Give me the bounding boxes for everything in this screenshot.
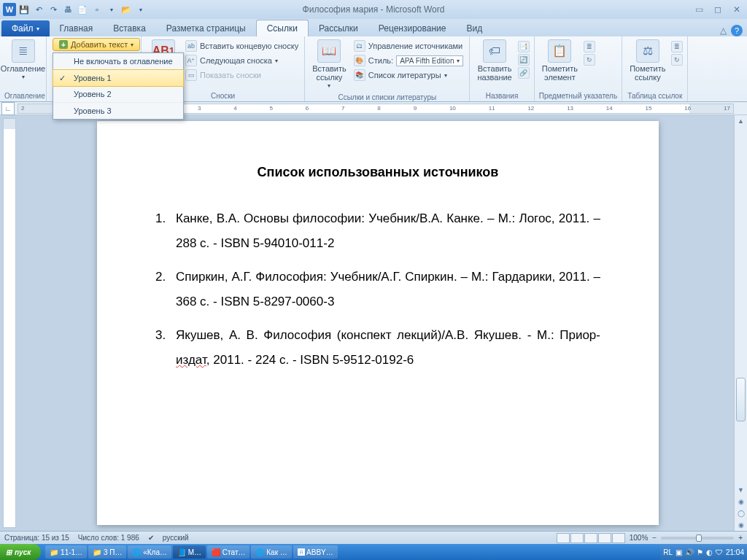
scroll-up-icon[interactable]: ▲ bbox=[735, 115, 747, 127]
toa-extra-icon-2[interactable]: ↻ bbox=[671, 54, 683, 66]
tab-view[interactable]: Вид bbox=[456, 20, 492, 36]
view-buttons bbox=[557, 533, 625, 543]
tab-layout[interactable]: Разметка страницы bbox=[156, 20, 256, 36]
add-text-dropdown: Не включать в оглавление ✓Уровень 1 Уров… bbox=[53, 52, 184, 120]
manage-sources-button[interactable]: 🗂Управление источниками bbox=[352, 39, 465, 52]
tab-review[interactable]: Рецензирование bbox=[368, 20, 457, 36]
tab-home[interactable]: Главная bbox=[50, 20, 104, 36]
vertical-scrollbar[interactable]: ▲ ▼ ◉ ◯ ◉ bbox=[734, 115, 747, 531]
toa-extra-icon-1[interactable]: ≣ bbox=[671, 41, 683, 52]
taskbar-item[interactable]: 🅰 ABBY… bbox=[293, 545, 338, 559]
tray-icon-2[interactable]: 🔊 bbox=[685, 548, 694, 556]
view-print-layout[interactable] bbox=[557, 533, 570, 543]
index-extra-icon-1[interactable]: ≣ bbox=[584, 41, 595, 52]
zoom-knob[interactable] bbox=[696, 534, 702, 542]
group-toc-label: Оглавление bbox=[4, 90, 42, 101]
toa-icon: ⚖ bbox=[636, 39, 659, 63]
mark-citation-label: Пометить ссылку bbox=[630, 64, 665, 82]
file-tab[interactable]: Файл▾ bbox=[1, 20, 50, 36]
view-fullscreen[interactable] bbox=[570, 533, 584, 543]
group-toa-label: Таблица ссылок bbox=[627, 90, 683, 101]
bibliography-button[interactable]: 📚Список литературы▾ bbox=[352, 69, 465, 82]
toc-button[interactable]: ≣Оглавление▾ bbox=[4, 38, 42, 83]
style-dropdown[interactable]: APA Fifth Edition▾ bbox=[396, 55, 463, 66]
tray-icon-3[interactable]: ⚑ bbox=[697, 548, 703, 556]
add-text-button[interactable]: +Добавить текст▾ bbox=[53, 38, 140, 51]
taskbar-item[interactable]: 📁 11-1… bbox=[45, 545, 87, 559]
status-words[interactable]: Число слов: 1 986 bbox=[78, 534, 139, 542]
document-area[interactable]: Список использованных источников Канке, … bbox=[16, 115, 747, 531]
endnote-icon: ab bbox=[185, 40, 197, 52]
zoom-level[interactable]: 100% bbox=[630, 534, 649, 542]
undo-icon[interactable]: ↶ bbox=[32, 3, 45, 16]
qat-customize-icon[interactable]: ▾ bbox=[134, 3, 147, 16]
tray-icon-1[interactable]: ▣ bbox=[676, 548, 682, 556]
preview-icon[interactable]: 📄 bbox=[76, 3, 89, 16]
menu-level-1-label: Уровень 1 bbox=[74, 74, 112, 82]
word-icon[interactable]: W bbox=[3, 3, 16, 16]
insert-caption-button[interactable]: 🏷Вставить название bbox=[474, 38, 514, 83]
taskbar-item[interactable]: 📘 М… bbox=[173, 545, 206, 559]
browse-object-icon[interactable]: ◯ bbox=[735, 508, 747, 519]
ribbon-minimize-icon[interactable]: △ bbox=[720, 26, 727, 36]
view-web[interactable] bbox=[584, 533, 597, 543]
menu-no-include[interactable]: Не включать в оглавление bbox=[53, 53, 183, 70]
mark-index-entry-button[interactable]: 📋Пометить элемент bbox=[539, 38, 581, 83]
bibliography-list: Канке, В.А. Основы философии: Учебник/В.… bbox=[155, 206, 600, 373]
view-draft[interactable] bbox=[612, 533, 625, 543]
open-icon[interactable]: 📂 bbox=[120, 3, 133, 16]
zoom-in-icon[interactable]: + bbox=[738, 534, 743, 542]
prev-page-icon[interactable]: ◉ bbox=[735, 496, 747, 508]
tray-icon-4[interactable]: ◐ bbox=[706, 548, 713, 556]
maximize-button[interactable]: ◻ bbox=[711, 4, 725, 15]
tray-time[interactable]: 21:04 bbox=[726, 548, 744, 556]
print-icon[interactable]: 🖶 bbox=[61, 3, 74, 16]
scroll-thumb[interactable] bbox=[736, 378, 746, 421]
next-page-icon[interactable]: ◉ bbox=[735, 519, 747, 531]
mark-citation-button[interactable]: ⚖Пометить ссылку bbox=[627, 38, 668, 83]
tray-lang[interactable]: RL bbox=[663, 548, 673, 556]
list-item: Якушев, А. В. Философия (конспект лекций… bbox=[155, 323, 600, 373]
close-button[interactable]: ✕ bbox=[729, 4, 744, 15]
title-bar: W 💾 ↶ ↷ 🖶 📄 ▫ ▾ 📂 ▾ Философия мария - Mi… bbox=[0, 0, 747, 19]
status-page[interactable]: Страница: 15 из 15 bbox=[4, 534, 69, 542]
caption-extra-icon-1[interactable]: 📑 bbox=[518, 41, 530, 52]
vertical-ruler[interactable] bbox=[3, 118, 16, 528]
taskbar-item[interactable]: 🟥 Стат… bbox=[207, 545, 249, 559]
redo-icon[interactable]: ↷ bbox=[47, 3, 60, 16]
insert-endnote-button[interactable]: abВставить концевую сноску bbox=[184, 39, 300, 52]
qat-more-icon[interactable]: ▾ bbox=[105, 3, 118, 16]
view-outline[interactable] bbox=[598, 533, 611, 543]
scroll-down-icon[interactable]: ▼ bbox=[735, 484, 747, 496]
tray-icon-5[interactable]: 🛡 bbox=[716, 548, 723, 556]
next-footnote-icon: A⁺ bbox=[185, 55, 197, 66]
status-language[interactable]: русский bbox=[163, 534, 189, 542]
new-icon[interactable]: ▫ bbox=[90, 3, 104, 16]
bibliography-label: Список литературы bbox=[368, 71, 441, 79]
zoom-slider[interactable] bbox=[661, 537, 734, 540]
index-extra-icon-2[interactable]: ↻ bbox=[584, 54, 595, 66]
tab-insert[interactable]: Вставка bbox=[103, 20, 156, 36]
tab-references[interactable]: Ссылки bbox=[256, 20, 309, 36]
status-proofing-icon[interactable]: ✔ bbox=[148, 534, 154, 542]
menu-level-1[interactable]: ✓Уровень 1 bbox=[53, 69, 184, 87]
taskbar-item[interactable]: 🌐 «Кла… bbox=[128, 545, 171, 559]
menu-level-3[interactable]: Уровень 3 bbox=[53, 103, 183, 119]
menu-level-2[interactable]: Уровень 2 bbox=[53, 86, 183, 103]
tab-mailings[interactable]: Рассылки bbox=[309, 20, 368, 36]
taskbar-item[interactable]: 📁 3 П… bbox=[88, 545, 126, 559]
zoom-out-icon[interactable]: − bbox=[652, 534, 657, 542]
start-button[interactable]: ⊞ пуск bbox=[0, 544, 41, 560]
insert-citation-button[interactable]: 📖Вставить ссылку▾ bbox=[309, 38, 349, 92]
system-tray[interactable]: RL ▣ 🔊 ⚑ ◐ 🛡 21:04 bbox=[660, 544, 747, 560]
citation-icon: 📖 bbox=[317, 39, 341, 63]
save-icon[interactable]: 💾 bbox=[18, 3, 31, 16]
caption-extra-icon-2[interactable]: 🔄 bbox=[518, 54, 530, 66]
insert-caption-label: Вставить название bbox=[477, 64, 511, 82]
help-icon[interactable]: ? bbox=[731, 25, 743, 36]
tab-selector[interactable]: ∟ bbox=[1, 102, 15, 115]
minimize-button[interactable]: ▭ bbox=[692, 4, 706, 15]
caption-extra-icon-3[interactable]: 🔗 bbox=[518, 67, 530, 79]
taskbar-item[interactable]: 🌐 Как … bbox=[251, 545, 291, 559]
next-footnote-button[interactable]: A⁺Следующая сноска▾ bbox=[184, 54, 300, 67]
